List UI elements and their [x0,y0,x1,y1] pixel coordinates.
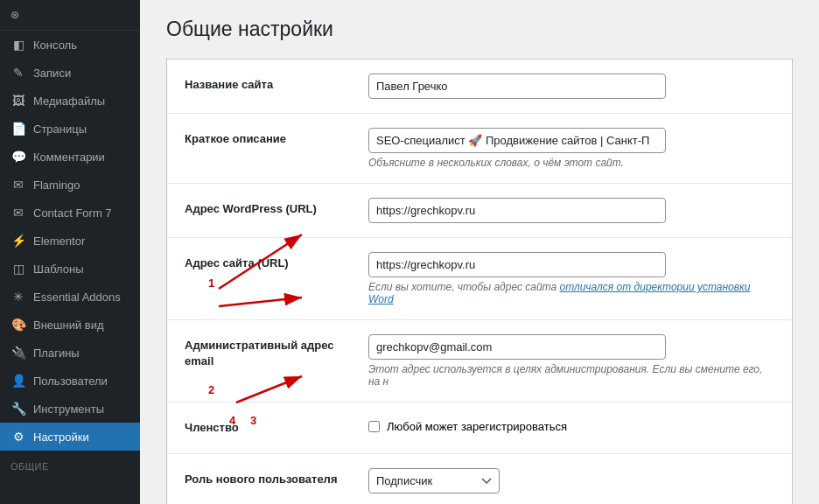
sidebar-item-label: Пользователи [33,374,108,388]
setting-value-admin-email: Этот адрес используется в целях админист… [368,334,792,388]
users-icon: 👤 [10,374,26,388]
page-title: Общие настройки [166,18,793,41]
sidebar-item-appearance[interactable]: 🎨 Внешний вид [0,311,140,339]
flamingo-icon: ✉ [10,178,26,192]
sidebar-item-cf7[interactable]: ✉ Contact Form 7 [0,199,140,227]
settings-form: Название сайта Краткое описание Объяснит… [166,59,793,504]
site-name-input[interactable] [368,74,666,99]
tagline-input[interactable] [368,128,666,153]
sidebar-item-label: Инструменты [33,402,104,416]
content-wrapper: Общие настройки Название сайта Краткое о… [166,18,793,504]
sidebar-item-flamingo[interactable]: ✉ Flamingo [0,171,140,199]
sidebar-item-comments[interactable]: 💬 Комментарии [0,143,140,171]
sidebar-item-label: Внешний вид [33,318,104,332]
sidebar-item-label: Elementor [33,234,85,248]
setting-label-membership: Членство [167,416,368,439]
elementor-icon: ⚡ [10,234,26,248]
sidebar-item-label: Contact Form 7 [33,206,112,220]
wp-logo-icon: ⊛ [10,9,19,21]
sidebar-logo: ⊛ [0,0,140,31]
setting-row-site-url: Адрес сайта (URL) Если вы хотите, чтобы … [167,238,792,320]
sidebar-item-label: Комментарии [33,150,105,164]
membership-label: Любой может зарегистрироваться [387,420,567,433]
sidebar-item-posts[interactable]: ✎ Записи [0,59,140,87]
setting-row-admin-email: Административный адрес email Этот адрес … [167,320,792,402]
main-content: Общие настройки Название сайта Краткое о… [140,0,819,504]
setting-value-new-user-role: Подписчик [368,468,792,494]
wp-url-input[interactable] [368,198,666,223]
setting-row-new-user-role: Роль нового пользователя Подписчик [167,454,792,504]
console-icon: ◧ [10,38,26,52]
templates-icon: ◫ [10,262,26,276]
sidebar-item-elementor[interactable]: ⚡ Elementor [0,227,140,255]
setting-label-wp-url: Адрес WordPress (URL) [167,198,368,220]
sidebar-item-media[interactable]: 🖼 Медиафайлы [0,87,140,115]
sidebar-item-label: Консоль [33,38,77,52]
sidebar-item-templates[interactable]: ◫ Шаблоны [0,255,140,283]
setting-row-membership: Членство Любой может зарегистрироваться [167,402,792,454]
setting-label-new-user-role: Роль нового пользователя [167,468,368,491]
admin-email-input[interactable] [368,334,666,360]
sidebar-item-settings[interactable]: ⚙ Настройки [0,423,140,451]
section-label: Общие [0,451,140,475]
setting-label-tagline: Краткое описание [167,128,368,150]
setting-row-wp-url: Адрес WordPress (URL) [167,184,792,238]
sidebar-item-label: Медиафайлы [33,94,105,108]
sidebar-item-tools[interactable]: 🔧 Инструменты [0,395,140,423]
tools-icon: 🔧 [10,402,26,416]
setting-value-wp-url [368,198,792,223]
setting-row-tagline: Краткое описание Объясните в нескольких … [167,114,792,184]
sidebar-item-pages[interactable]: 📄 Страницы [0,115,140,143]
setting-value-membership: Любой может зарегистрироваться [368,416,792,433]
site-url-description: Если вы хотите, чтобы адрес сайта отлича… [368,281,774,305]
sidebar-item-label: Essential Addons [33,290,121,304]
tagline-description: Объясните в нескольких словах, о чём это… [368,157,774,169]
sidebar-item-label: Шаблоны [33,262,84,276]
posts-icon: ✎ [10,66,26,80]
sidebar-item-label: Flamingo [33,178,80,192]
setting-value-site-url: Если вы хотите, чтобы адрес сайта отлича… [368,252,792,305]
sidebar-item-label: Записи [33,66,71,80]
sidebar-item-label: Настройки [33,430,89,444]
pages-icon: 📄 [10,122,26,136]
settings-icon: ⚙ [10,430,26,444]
sidebar-item-console[interactable]: ◧ Консоль [0,31,140,59]
membership-checkbox-row: Любой может зарегистрироваться [368,416,774,433]
setting-label-site-name: Название сайта [167,74,368,96]
sidebar-item-plugins[interactable]: 🔌 Плагины [0,339,140,367]
sidebar-item-essaddons[interactable]: ✳ Essential Addons [0,283,140,311]
essaddons-icon: ✳ [10,290,26,304]
admin-email-description: Этот адрес используется в целях админист… [368,363,774,388]
comments-icon: 💬 [10,150,26,164]
setting-value-site-name [368,74,792,99]
setting-row-site-name: Название сайта [167,60,792,114]
setting-value-tagline: Объясните в нескольких словах, о чём это… [368,128,792,169]
plugins-icon: 🔌 [10,346,26,360]
new-user-role-select[interactable]: Подписчик [368,468,500,494]
sidebar-item-users[interactable]: 👤 Пользователи [0,367,140,395]
sidebar-item-label: Страницы [33,122,87,136]
media-icon: 🖼 [10,94,26,108]
appearance-icon: 🎨 [10,318,26,332]
setting-label-site-url: Адрес сайта (URL) [167,252,368,275]
setting-label-admin-email: Административный адрес email [167,334,368,373]
sidebar-item-label: Плагины [33,346,80,360]
membership-checkbox[interactable] [368,421,380,432]
cf7-icon: ✉ [10,206,26,220]
sidebar: ⊛ ◧ Консоль ✎ Записи 🖼 Медиафайлы 📄 Стра… [0,0,140,504]
site-url-input[interactable] [368,252,666,277]
